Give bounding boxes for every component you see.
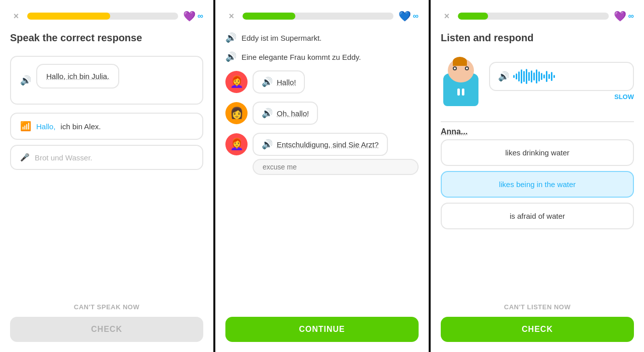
left-response-suffix: ich bin Alex. bbox=[60, 122, 101, 131]
right-panel: × 💜 ∞ Listen and respond bbox=[431, 0, 644, 352]
left-panel: × 💜 ∞ Speak the correct response 🔊 Hallo… bbox=[0, 0, 213, 352]
chat-bubble-1[interactable]: 🔊 Hallo! bbox=[253, 70, 305, 94]
audio-area: 🔊 bbox=[489, 62, 634, 101]
left-check-button[interactable]: CHECK bbox=[10, 317, 203, 342]
wave-bar-1 bbox=[513, 75, 515, 78]
answer-option-2[interactable]: likes being in the water bbox=[441, 171, 634, 198]
narration-2-text: Eine elegante Frau kommt zu Eddy. bbox=[242, 53, 361, 61]
left-progress-fill bbox=[27, 13, 110, 20]
left-mic-icon[interactable]: 🎤 bbox=[20, 153, 30, 162]
chat-1-speaker[interactable]: 🔊 bbox=[262, 76, 273, 87]
chat-message-3: 👩‍🦰 🔊 Entschuldigung, sind Sie Arzt? bbox=[225, 133, 419, 156]
right-close-button[interactable]: × bbox=[441, 10, 453, 22]
character-figure bbox=[441, 56, 481, 106]
middle-heart-icon: 💙 bbox=[398, 10, 411, 22]
narration-2: 🔊 Eine elegante Frau kommt zu Eddy. bbox=[225, 51, 419, 62]
right-lives: 💜 ∞ bbox=[614, 10, 634, 22]
middle-panel: × 💙 ∞ 🔊 Eddy ist im Supermarkt. 🔊 Eine e… bbox=[213, 0, 431, 352]
right-check-button[interactable]: CHECK bbox=[441, 317, 634, 342]
audio-waveform bbox=[513, 69, 555, 84]
divider bbox=[441, 121, 634, 122]
wave-bar-17 bbox=[553, 75, 555, 78]
middle-continue-button[interactable]: CONTINUE bbox=[225, 317, 419, 342]
middle-close-button[interactable]: × bbox=[225, 10, 237, 22]
avatar-red-2: 👩‍🦰 bbox=[225, 133, 248, 155]
chat-2-text: Oh, hallo! bbox=[277, 109, 309, 118]
middle-lives: 💙 ∞ bbox=[398, 10, 419, 22]
left-response-bubble: 📶 Hallo, ich bin Alex. bbox=[10, 113, 203, 140]
right-top-bar: × 💜 ∞ bbox=[441, 10, 634, 22]
char-eye-right bbox=[465, 66, 469, 70]
pause-bar-1 bbox=[457, 89, 460, 96]
right-infinity-icon: ∞ bbox=[628, 12, 634, 21]
left-prompt-text: Hallo, ich bin Julia. bbox=[36, 64, 119, 89]
answer-option-3[interactable]: is afraid of water bbox=[441, 203, 634, 229]
wave-bar-5 bbox=[523, 71, 525, 82]
left-lives: 💜 ∞ bbox=[183, 10, 203, 22]
wave-bar-15 bbox=[548, 74, 550, 79]
middle-progress-bar-bg bbox=[243, 13, 393, 20]
answer-option-1[interactable]: likes drinking water bbox=[441, 139, 634, 166]
narration-1-speaker[interactable]: 🔊 bbox=[225, 32, 236, 43]
middle-chat-area: 🔊 Eddy ist im Supermarkt. 🔊 Eine elegant… bbox=[225, 32, 419, 317]
wave-bar-14 bbox=[546, 71, 547, 82]
left-infinity-icon: ∞ bbox=[198, 12, 203, 21]
audio-speaker-icon[interactable]: 🔊 bbox=[498, 71, 509, 82]
right-heart-icon: 💜 bbox=[614, 10, 626, 22]
audio-bubble[interactable]: 🔊 bbox=[489, 62, 634, 91]
chat-message-2: 👩 🔊 Oh, hallo! bbox=[225, 102, 419, 125]
left-mic-bubble[interactable]: 🎤 Brot und Wasser. bbox=[10, 145, 203, 170]
left-title: Speak the correct response bbox=[10, 32, 203, 44]
left-audio-prompt[interactable]: 🔊 Hallo, ich bin Julia. bbox=[10, 56, 203, 105]
anna-label: Anna... bbox=[441, 127, 634, 136]
chat-3-speaker[interactable]: 🔊 bbox=[262, 139, 273, 150]
wave-bar-16 bbox=[551, 72, 552, 81]
middle-progress-fill bbox=[243, 13, 295, 20]
wave-bar-13 bbox=[543, 74, 545, 78]
right-progress-fill bbox=[458, 13, 488, 20]
wave-bar-12 bbox=[541, 73, 542, 80]
narration-1-text: Eddy ist im Supermarkt. bbox=[242, 34, 321, 42]
chat-message-3-group: 👩‍🦰 🔊 Entschuldigung, sind Sie Arzt? exc… bbox=[225, 133, 419, 175]
chat-1-text: Hallo! bbox=[277, 78, 296, 86]
narration-2-speaker[interactable]: 🔊 bbox=[225, 51, 236, 62]
translation-pill: excuse me bbox=[253, 159, 419, 175]
chat-2-speaker[interactable]: 🔊 bbox=[262, 108, 273, 119]
chat-3-text: Entschuldigung, sind Sie Arzt? bbox=[277, 140, 379, 149]
listen-character-area: 🔊 bbox=[441, 56, 634, 106]
chat-bubble-2[interactable]: 🔊 Oh, hallo! bbox=[253, 102, 318, 125]
avatar-red-1: 👩‍🦰 bbox=[225, 71, 248, 93]
char-eye-left bbox=[453, 66, 457, 70]
right-progress-bar-bg bbox=[458, 13, 609, 20]
left-top-bar: × 💜 ∞ bbox=[10, 10, 203, 22]
narration-1: 🔊 Eddy ist im Supermarkt. bbox=[225, 32, 419, 43]
wave-bar-3 bbox=[518, 71, 520, 81]
left-close-button[interactable]: × bbox=[10, 10, 22, 22]
chat-bubble-3[interactable]: 🔊 Entschuldigung, sind Sie Arzt? bbox=[253, 133, 388, 156]
left-speaker-icon[interactable]: 🔊 bbox=[20, 75, 31, 86]
left-mic-placeholder: Brot und Wasser. bbox=[35, 153, 93, 162]
pause-bar-2 bbox=[462, 89, 464, 96]
wave-bar-8 bbox=[531, 70, 532, 82]
wave-bar-4 bbox=[521, 69, 522, 83]
avatar-orange-1: 👩 bbox=[225, 102, 248, 124]
wave-bar-7 bbox=[528, 72, 530, 81]
chat-message-1: 👩‍🦰 🔊 Hallo! bbox=[225, 70, 419, 94]
right-title: Listen and respond bbox=[441, 32, 634, 44]
wave-bar-6 bbox=[526, 69, 527, 84]
middle-infinity-icon: ∞ bbox=[413, 12, 419, 21]
left-cant-speak[interactable]: CAN'T SPEAK NOW bbox=[10, 303, 203, 311]
left-heart-icon: 💜 bbox=[183, 10, 196, 22]
wave-bar-2 bbox=[516, 73, 517, 79]
char-hair bbox=[453, 57, 467, 66]
left-waveform-icon: 📶 bbox=[20, 121, 31, 132]
wave-bar-11 bbox=[538, 71, 540, 81]
left-response-prefix: Hallo, bbox=[36, 122, 55, 131]
wave-bar-10 bbox=[536, 69, 537, 83]
char-pause-icon bbox=[453, 87, 468, 97]
right-cant-listen[interactable]: CAN'T LISTEN NOW bbox=[441, 303, 634, 311]
wave-bar-9 bbox=[533, 72, 535, 80]
slow-label[interactable]: SLOW bbox=[489, 93, 634, 101]
left-progress-bar-bg bbox=[27, 13, 178, 20]
middle-top-bar: × 💙 ∞ bbox=[225, 10, 419, 22]
